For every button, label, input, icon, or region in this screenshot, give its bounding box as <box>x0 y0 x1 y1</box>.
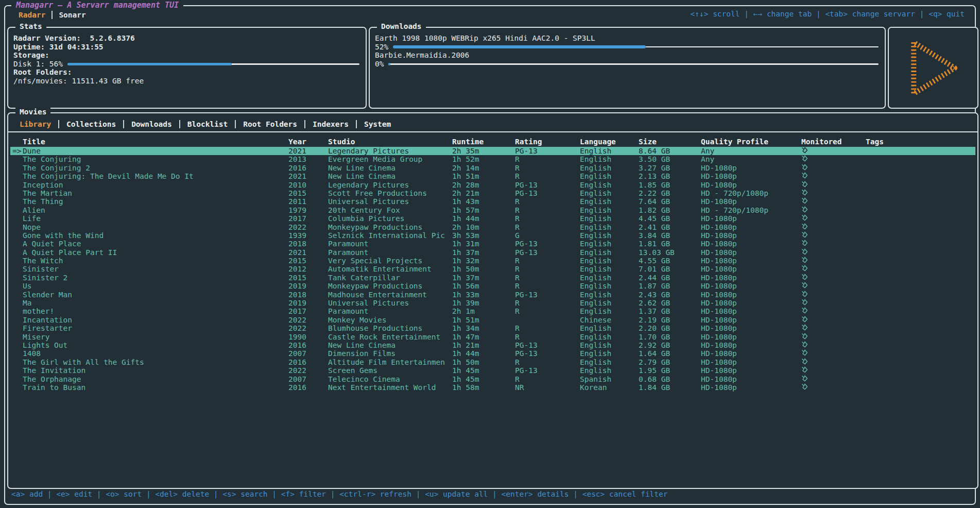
movie-rating: R <box>515 197 577 206</box>
movie-title: Dune <box>23 147 286 155</box>
table-row[interactable]: Alien 1979 20th Century Fox 1h 57m R Eng… <box>10 206 975 214</box>
table-row[interactable]: The Conjuring 2013 Evergreen Media Group… <box>10 155 975 163</box>
monitored-cell <box>801 307 863 315</box>
movie-rating: R <box>515 257 577 265</box>
tab-indexers[interactable]: Indexers <box>304 120 356 128</box>
table-row[interactable]: 1408 2007 Dimension Films 1h 44m PG-13 E… <box>10 349 975 358</box>
movie-runtime: 1h 57m <box>452 206 513 214</box>
table-row[interactable]: The Martian 2015 Scott Free Productions … <box>10 189 975 197</box>
tab-system[interactable]: System <box>356 120 398 128</box>
movie-size: 2.62 GB <box>639 299 699 307</box>
table-row[interactable]: Nope 2022 Monkeypaw Productions 2h 10m R… <box>10 223 975 231</box>
tab-collections[interactable]: Collections <box>58 120 123 128</box>
monitored-cell <box>801 147 863 155</box>
table-row[interactable]: mother! 2017 Paramount 2h 1m R English 1… <box>10 307 975 315</box>
servarr-tab-sonarr[interactable]: Sonarr <box>51 11 92 19</box>
movie-quality-profile: Any <box>701 147 799 155</box>
movie-size: 3.50 GB <box>639 155 699 163</box>
movie-rating: R <box>515 206 577 214</box>
movie-title: mother! <box>23 307 286 315</box>
movie-rating: R <box>515 358 577 366</box>
movie-year: 2021 <box>288 147 324 155</box>
movie-title: A Quiet Place Part II <box>23 248 286 257</box>
table-row[interactable]: The Orphanage 2007 Telecinco Cinema 1h 4… <box>10 375 975 383</box>
table-row[interactable]: Misery 1990 Castle Rock Entertainment 1h… <box>10 333 975 341</box>
tag-icon <box>801 291 808 297</box>
movie-year: 2017 <box>288 214 324 223</box>
download-progress-gauge <box>393 43 880 51</box>
movie-studio: New Line Cinema <box>328 341 451 349</box>
monitored-cell <box>801 265 863 273</box>
movies-table-header: Title Year Studio Runtime Rating Languag… <box>10 137 975 146</box>
movie-rating: NR <box>515 383 577 392</box>
uptime-value: 31d 04:31:55 <box>49 43 104 52</box>
movie-studio: Dimension Films <box>328 349 451 358</box>
tag-icon <box>801 172 808 179</box>
movie-year: 2013 <box>288 155 324 163</box>
table-row[interactable]: A Quiet Place 2018 Paramount 1h 31m PG-1… <box>10 240 975 248</box>
table-row[interactable]: Incantation 2022 Monkey Movies 1h 51m Ch… <box>10 316 975 324</box>
movie-size: 2.41 GB <box>639 223 699 231</box>
global-keybindings-help: <↑↓> scroll | ←→ change tab | <tab> chan… <box>690 10 965 18</box>
tag-icon <box>801 223 808 230</box>
movie-size: 2.44 GB <box>639 274 699 282</box>
tab-downloads[interactable]: Downloads <box>123 120 179 128</box>
movie-language: English <box>580 274 637 282</box>
table-row[interactable]: Slender Man 2018 Madhouse Entertainment … <box>10 291 975 299</box>
uptime-line: Uptime: 31d 04:31:55 <box>13 43 360 52</box>
table-row[interactable]: Life 2017 Columbia Pictures 1h 44m R Eng… <box>10 214 975 223</box>
movie-size: 2.20 GB <box>639 324 699 332</box>
table-row[interactable]: The Conjuring 2 2016 New Line Cinema 2h … <box>10 164 975 172</box>
movie-title: Gone with the Wind <box>23 231 286 240</box>
tag-icon <box>801 231 808 238</box>
movie-quality-profile: HD-1080p <box>701 349 799 358</box>
table-row[interactable]: => Dune 2021 Legendary Pictures 2h 35m P… <box>10 147 975 155</box>
movie-title: Misery <box>23 333 286 341</box>
tag-icon <box>801 206 808 213</box>
movie-language: English <box>580 164 637 172</box>
tab-blocklist[interactable]: Blocklist <box>179 120 235 128</box>
movie-rating: PG-13 <box>515 181 577 189</box>
movie-quality-profile: HD-1080p <box>701 265 799 273</box>
movie-rating: PG-13 <box>515 147 577 155</box>
tab-root-folders[interactable]: Root Folders <box>235 120 304 128</box>
table-row[interactable]: The Conjuring: The Devil Made Me Do It 2… <box>10 172 975 180</box>
tag-icon <box>801 307 808 314</box>
movie-studio: Legendary Pictures <box>328 147 451 155</box>
download-item-name: Barbie.Mermaidia.2006 <box>375 51 880 60</box>
monitored-cell <box>801 257 863 265</box>
table-row[interactable]: Sinister 2012 Automatik Entertainment 1h… <box>10 265 975 273</box>
table-row[interactable]: The Girl with All the Gifts 2016 Altitud… <box>10 358 975 366</box>
movie-quality-profile: Any <box>701 155 799 163</box>
table-row[interactable]: Lights Out 2016 New Line Cinema 1h 21m P… <box>10 341 975 349</box>
movie-year: 1979 <box>288 206 324 214</box>
movie-language: English <box>580 181 637 189</box>
table-row[interactable]: A Quiet Place Part II 2021 Paramount 1h … <box>10 248 975 257</box>
movie-title: Ma <box>23 299 286 307</box>
table-row[interactable]: The Invitation 2022 Screen Gems 1h 45m P… <box>10 366 975 375</box>
movie-quality-profile: HD-1080p <box>701 316 799 324</box>
movie-runtime: 1h 56m <box>452 282 513 290</box>
table-row[interactable]: The Witch 2015 Very Special Projects 1h … <box>10 257 975 265</box>
disk-usage-gauge <box>67 60 360 68</box>
movie-studio: Next Entertainment World <box>328 383 451 392</box>
table-row[interactable]: Train to Busan 2016 Next Entertainment W… <box>10 383 975 392</box>
tab-library[interactable]: Library <box>12 120 58 128</box>
monitored-cell <box>801 197 863 206</box>
table-row[interactable]: Us 2019 Monkeypaw Productions 1h 56m R E… <box>10 282 975 290</box>
table-row[interactable]: The Thing 2011 Universal Pictures 1h 43m… <box>10 197 975 206</box>
table-row[interactable]: Ma 2019 Universal Pictures 1h 39m R Engl… <box>10 299 975 307</box>
servarr-tab-bar: Radarr Sonarr <box>12 10 92 20</box>
movie-studio: Columbia Pictures <box>328 214 451 223</box>
table-row[interactable]: Inception 2010 Legendary Pictures 2h 28m… <box>10 181 975 189</box>
movie-language: English <box>580 223 637 231</box>
movie-language: English <box>580 349 637 358</box>
table-row[interactable]: Firestarter 2022 Blumhouse Productions 1… <box>10 324 975 332</box>
table-row[interactable]: Gone with the Wind 1939 Selznick Interna… <box>10 231 975 240</box>
movie-quality-profile: HD - 720p/1080p <box>701 189 799 197</box>
servarr-tab-radarr[interactable]: Radarr <box>12 11 51 19</box>
movie-runtime: 1h 50m <box>452 358 513 366</box>
movie-runtime: 1h 52m <box>452 155 513 163</box>
movie-studio: Monkeypaw Productions <box>328 282 451 290</box>
table-row[interactable]: Sinister 2 2015 Tank Caterpillar 1h 37m … <box>10 274 975 282</box>
